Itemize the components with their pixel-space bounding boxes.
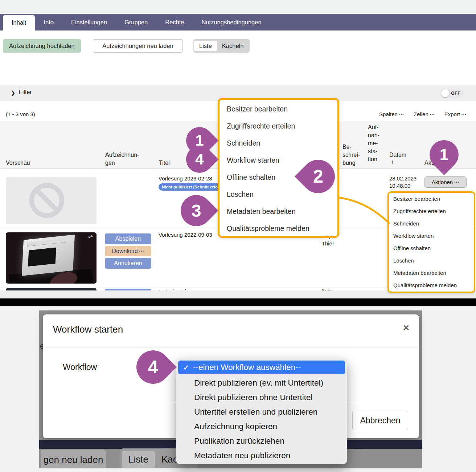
thumbnail-video-area (28, 248, 56, 266)
column-header-vorschau: Vorschau (6, 159, 30, 167)
row1-preview-placeholder (6, 177, 97, 224)
modal-header-divider (43, 347, 419, 347)
dimmed-reload-button: gen neu laden (41, 449, 106, 468)
menu-item-offline-schalten[interactable]: Offline schalten (389, 242, 474, 255)
rows-control[interactable]: Zeilen••• (414, 111, 435, 117)
menu-item-workflow-starten[interactable]: Workflow starten (389, 230, 474, 242)
column-header-aufnahmestation: Auf- nah- me- sta- tion (368, 123, 379, 163)
menu-item-loeschen[interactable]: Löschen (389, 255, 474, 267)
result-count: (1 - 3 von 3) (6, 111, 35, 117)
dropdown-option[interactable]: Direkt publizieren ohne Untertitel (178, 390, 345, 405)
menu-item-metadaten-bearbeiten[interactable]: Metadaten bearbeiten (219, 203, 337, 220)
dropdown-option-selected[interactable]: ✓ --einen Workflow auswählen-- (178, 361, 345, 374)
chevron-right-icon[interactable]: ❯ (11, 90, 15, 96)
menu-item-zugriffsrechte-erteilen[interactable]: Zugriffsrechte erteilen (219, 118, 337, 135)
list-controls: Spalten••• Zeilen••• Export••• (379, 111, 467, 117)
menu-item-zugriffsrechte-erteilen[interactable]: Zugriffsrechte erteilen (389, 205, 474, 217)
dropdown-selected-label: --einen Workflow auswählen-- (193, 363, 301, 372)
annotation-pin-4: 4 (186, 146, 213, 173)
workflow-select-dropdown: ✓ --einen Workflow auswählen-- Direkt pu… (176, 359, 347, 464)
export-control[interactable]: Export••• (444, 111, 467, 117)
close-icon[interactable]: ✕ (403, 323, 410, 333)
menu-connector-line (337, 192, 391, 225)
view-switch: Liste Kacheln (193, 39, 250, 53)
check-icon: ✓ (183, 363, 189, 372)
filter-label[interactable]: Filter (19, 89, 32, 95)
filter-toggle[interactable]: OFF (440, 89, 464, 98)
tab-inhalt[interactable]: Inhalt (3, 15, 35, 30)
annotation-pin-1-actions: 1 (430, 140, 459, 169)
annotation-pin-4-dropdown: 4 (136, 350, 170, 384)
row2-preview-thumbnail[interactable]: uᵇ (6, 232, 97, 284)
tab-rechte[interactable]: Rechte (156, 14, 193, 30)
row1-date: 28.02.2023 (389, 175, 416, 182)
menu-item-besitzer-bearbeiten[interactable]: Besitzer bearbeiten (389, 193, 474, 205)
column-header-titel: Titel (159, 159, 170, 167)
tab-info[interactable]: Info (35, 14, 62, 30)
dropdown-option[interactable]: Aufzeichnung kopieren (178, 419, 345, 434)
section-divider-bar (0, 298, 476, 306)
top-strip (0, 0, 476, 14)
column-header-aufzeichnungen: Aufzeichnun- gen (105, 151, 139, 167)
dropdown-option[interactable]: Metadaten neu publizieren (178, 448, 345, 463)
view-list-button[interactable]: Liste (194, 41, 217, 51)
workflow-field-label: Workflow (63, 362, 97, 372)
menu-item-metadaten-bearbeiten[interactable]: Metadaten bearbeiten (389, 267, 474, 279)
menu-item-schneiden[interactable]: Schneiden (219, 135, 337, 152)
ellipsis-icon: ••• (430, 113, 435, 116)
annotation-pin-2: 2 (301, 160, 335, 193)
upload-recording-button[interactable]: Aufzeichnung hochladen (3, 39, 81, 53)
context-menu-small: Besitzer bearbeiten Zugriffsrechte ertei… (387, 191, 475, 293)
row2-annotate-button[interactable]: Annotieren (105, 258, 151, 269)
tab-einstellungen[interactable]: Einstellungen (62, 14, 116, 30)
menu-item-qualitaetsprobleme-melden[interactable]: Qualitätsprobleme melden (219, 220, 337, 237)
modal-title: Workflow starten (53, 324, 123, 335)
ellipsis-icon: ••• (399, 113, 404, 116)
thumbnail-laptop-screen (22, 235, 75, 276)
screenshot-root: Inhalt Info Einstellungen Gruppen Rechte… (0, 0, 476, 472)
menu-item-qualitaetsprobleme-melden[interactable]: Qualitätsprobleme melden (389, 279, 474, 292)
column-header-beschreibung: Be- schrei- bung (342, 143, 360, 167)
cancel-button[interactable]: Abbrechen (352, 411, 408, 430)
ellipsis-icon: ••• (139, 249, 144, 253)
columns-control[interactable]: Spalten••• (379, 111, 404, 117)
row1-time: 10:48:00 (389, 183, 410, 189)
column-header-datum[interactable]: Datum (389, 151, 406, 159)
row1-title[interactable]: Vorlesung 2023-02-28 (159, 175, 212, 182)
menu-item-schneiden[interactable]: Schneiden (389, 217, 474, 230)
university-logo: uᵇ (89, 235, 93, 239)
view-tiles-button[interactable]: Kacheln (217, 41, 249, 51)
tab-gruppen[interactable]: Gruppen (116, 14, 156, 30)
ellipsis-icon: ••• (461, 113, 467, 116)
dropdown-option[interactable]: Direkt publizieren (ev. mit Untertitel) (178, 376, 345, 390)
main-nav: Inhalt Info Einstellungen Gruppen Rechte… (0, 14, 476, 30)
row2-download-button[interactable]: Download••• (105, 246, 151, 256)
row2-play-button[interactable]: Abspielen (105, 233, 151, 244)
row2-title[interactable]: Vorlesung 2022-09-03 (159, 232, 212, 238)
modal-screenshot-section: e gen neu laden Liste Kacheln Workflow s… (0, 306, 476, 472)
tab-nutzungsbedingungen[interactable]: Nutzungsbedingungen (193, 14, 270, 30)
thumbnail-window-bar (27, 238, 70, 247)
toggle-knob[interactable] (441, 89, 449, 97)
dropdown-option[interactable]: Publikation zurückziehen (178, 434, 345, 448)
ellipsis-icon: ••• (454, 180, 459, 184)
dimmed-view-list: Liste (122, 451, 155, 468)
row1-status-badge: Nicht publiziert (Schnitt erfo (159, 183, 221, 191)
toggle-state-label: OFF (451, 91, 460, 96)
row1-actions-button[interactable]: Aktionen••• (424, 176, 467, 188)
menu-item-besitzer-bearbeiten[interactable]: Besitzer bearbeiten (219, 101, 337, 118)
sort-ascending-icon[interactable]: ↑ (391, 158, 394, 166)
dropdown-option[interactable]: Untertitel erstellen und publizieren (178, 405, 345, 419)
reload-recordings-button[interactable]: Aufzeichnungen neu laden (93, 39, 183, 53)
annotation-pin-3: 3 (181, 195, 212, 226)
